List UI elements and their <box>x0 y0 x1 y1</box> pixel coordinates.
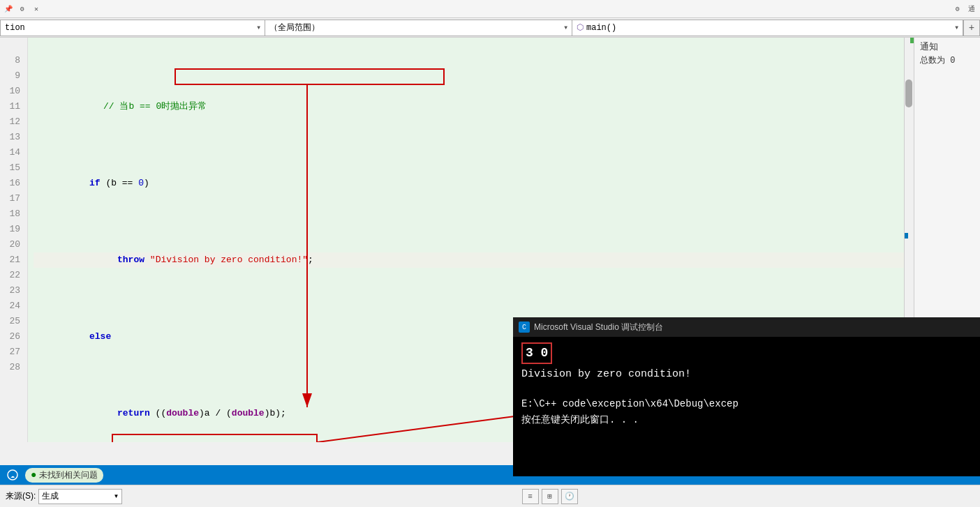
right-settings-icon[interactable]: ⚙ <box>952 3 963 15</box>
right-panel-toggle[interactable]: 通 <box>966 3 977 15</box>
dropdown-bar: tion ▼ （全局范围） ▼ ⬡ main() ▼ + <box>0 18 980 38</box>
pin-icon[interactable]: 📌 <box>3 3 14 15</box>
notification-count: 总数为 0 <box>920 54 974 66</box>
scope-label: tion <box>5 23 25 33</box>
source-value: 生成 <box>42 490 59 502</box>
status-icon: ☁ <box>6 468 20 482</box>
console-title-text: Microsoft Visual Studio 调试控制台 <box>534 321 663 333</box>
settings-icon[interactable]: ⚙ <box>17 3 28 15</box>
console-content: 3 0 Division by zero condition! E:\C++ c… <box>513 337 980 476</box>
console-output-line: Division by zero condition! <box>521 367 972 383</box>
console-window: C Microsoft Visual Studio 调试控制台 3 0 Divi… <box>513 317 980 465</box>
bottom-btn-3[interactable]: 🕐 <box>561 489 578 504</box>
func-label: main() <box>586 23 616 33</box>
top-toolbar: 📌 ⚙ ✕ ⚙ 通 <box>0 0 980 18</box>
global-dropdown[interactable]: （全局范围） ▼ <box>265 20 572 36</box>
global-arrow: ▼ <box>564 24 567 31</box>
status-ok-text: 未找到相关问题 <box>39 469 98 481</box>
scope-arrow: ▼ <box>257 24 260 31</box>
console-titlebar: C Microsoft Visual Studio 调试控制台 <box>513 317 980 337</box>
line-numbers: 8 9 10 11 12 13 14 15 16 17 18 19 20 21 … <box>0 38 28 442</box>
status-ok-badge: ● 未找到相关问题 <box>25 468 103 483</box>
bottom-btn-1[interactable]: ≡ <box>522 489 539 504</box>
source-label: 来源(S): <box>6 490 36 502</box>
func-arrow: ▼ <box>955 24 958 31</box>
global-label: （全局范围） <box>269 22 320 33</box>
bottom-btn-2[interactable]: ⊞ <box>542 489 558 504</box>
code-line-8: if (b == 0) <box>34 176 904 191</box>
func-icon: ⬡ <box>577 22 584 33</box>
console-icon: C <box>519 321 530 333</box>
source-arrow: ▼ <box>113 493 119 499</box>
source-dropdown[interactable]: 生成 ▼ <box>38 489 122 504</box>
close-icon[interactable]: ✕ <box>31 3 42 15</box>
bottom-toolbar: 来源(S): 生成 ▼ ≡ ⊞ 🕐 <box>0 485 980 507</box>
add-button[interactable]: + <box>963 20 980 36</box>
input-box: 3 0 <box>521 342 552 364</box>
scope-dropdown[interactable]: tion ▼ <box>0 20 265 36</box>
console-close-hint: 按任意键关闭此窗口. . . <box>521 413 972 427</box>
app-window: 📌 ⚙ ✕ ⚙ 通 tion ▼ （全局范围） ▼ ⬡ main() ▼ + 8… <box>0 0 980 507</box>
notification-title: 通知 <box>920 40 974 53</box>
code-line-9: throw "Division by zero condition!"; <box>34 252 904 268</box>
code-line-comment: // 当b == 0时抛出异常 <box>34 99 904 114</box>
svg-text:☁: ☁ <box>10 472 15 480</box>
console-path: E:\C++ code\exception\x64\Debug\excep <box>521 397 972 411</box>
console-input: 3 0 <box>521 342 972 364</box>
func-dropdown[interactable]: ⬡ main() ▼ <box>572 20 963 36</box>
